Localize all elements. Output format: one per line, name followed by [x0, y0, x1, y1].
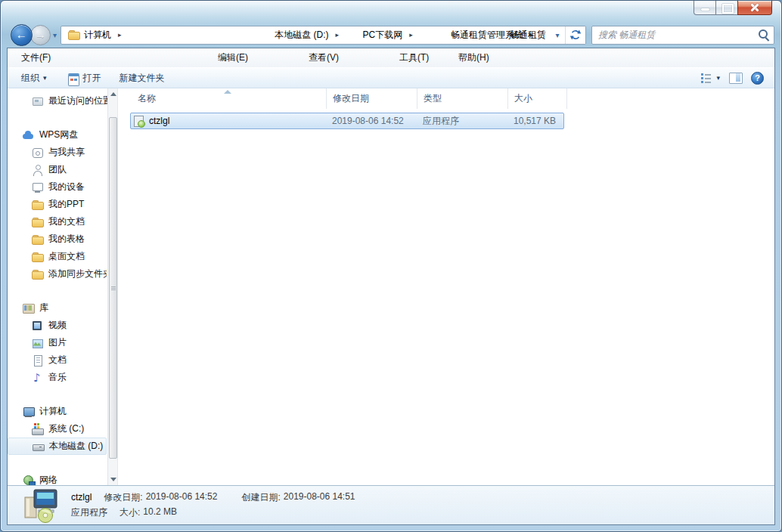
explorer-window: ← → ▾ 计算机 本地磁盘 (D:) PC下载网 畅通租赁管理系统: [0, 0, 782, 532]
address-bar[interactable]: 计算机 本地磁盘 (D:) PC下载网 畅通租赁管理系统 畅通租赁: [61, 26, 586, 45]
breadcrumb-separator-icon: [333, 31, 343, 39]
change-view-button[interactable]: ▾: [700, 72, 720, 84]
sidebar-item[interactable]: 我的文档: [8, 213, 107, 230]
column-header[interactable]: 修改日期: [327, 88, 417, 109]
breadcrumb-item[interactable]: PC下载网: [359, 26, 447, 44]
sidebar-item-label: WPS网盘: [39, 128, 78, 141]
sidebar-item-label: 我的文档: [48, 215, 85, 228]
folder-icon: [32, 234, 44, 246]
toolbar-right-controls: ▾: [700, 72, 764, 85]
file-name-cell: ctzlgl: [131, 115, 326, 127]
sidebar-item-label: 视频: [48, 319, 67, 332]
scroll-up-icon[interactable]: [108, 88, 118, 99]
menu-item[interactable]: 文件(F): [13, 51, 209, 64]
file-row[interactable]: ctzlgl 2019-08-06 14:52 应用程序 10,517 KB: [130, 113, 564, 129]
my-devices-icon: [32, 181, 44, 193]
sidebar-item[interactable]: 文档: [8, 351, 107, 369]
scroll-down-icon[interactable]: [108, 475, 118, 485]
sidebar-item-label: 网络: [39, 474, 57, 485]
preview-pane-button[interactable]: [729, 72, 742, 84]
column-header-label: 名称: [130, 92, 156, 105]
details-modified-label: 修改日期:: [104, 491, 142, 504]
sidebar-item[interactable]: 系统 (C:): [8, 420, 107, 438]
sidebar-scrollbar[interactable]: [107, 88, 117, 485]
sidebar-item[interactable]: 音乐: [8, 369, 107, 386]
sidebar-item[interactable]: 团队文档: [8, 161, 67, 178]
details-pane: ctzlgl 修改日期:2019-08-06 14:52 创建日期:2019-0…: [8, 485, 774, 524]
minimize-button[interactable]: [694, 1, 716, 15]
column-headers: 名称 修改日期 类型 大小: [118, 88, 774, 109]
menu-item[interactable]: 编辑(E): [209, 51, 300, 64]
client-area: 文件(F)编辑(E)查看(V)工具(T)帮助(H) 组织 ▾ 打开 新建文件夹 …: [7, 48, 775, 525]
computer-icon: [23, 406, 35, 418]
sidebar-item[interactable]: 添加同步文件夹: [8, 265, 107, 283]
breadcrumb-item[interactable]: 计算机: [80, 26, 271, 44]
sidebar-item-label: 桌面文档: [48, 250, 85, 263]
sidebar-item[interactable]: 我的设备: [8, 178, 107, 196]
search-icon[interactable]: [757, 28, 771, 42]
refresh-button[interactable]: [565, 26, 585, 44]
team-docs-icon: [32, 164, 44, 176]
open-icon: [67, 72, 79, 84]
sidebar-item[interactable]: 桌面文档: [8, 248, 107, 265]
scrollbar-thumb[interactable]: [109, 117, 117, 459]
breadcrumb-item[interactable]: 畅通租赁管理系统: [447, 26, 506, 44]
new-folder-label: 新建文件夹: [119, 72, 165, 85]
sidebar-item-label: 库: [39, 302, 48, 314]
sidebar-item-label: 音乐: [48, 371, 67, 384]
breadcrumb-label: 畅通租赁: [506, 29, 550, 42]
column-header-label: 类型: [417, 92, 442, 105]
close-button[interactable]: [737, 1, 772, 15]
menu-item[interactable]: 帮助(H): [450, 51, 498, 64]
sidebar-item[interactable]: 库: [8, 299, 107, 317]
file-size: 10,517 KB: [507, 116, 560, 126]
sidebar-item-label: 系统 (C:): [48, 422, 84, 435]
column-header[interactable]: 大小: [508, 88, 567, 109]
breadcrumb-item[interactable]: 本地磁盘 (D:): [271, 26, 358, 44]
chevron-down-icon: ▾: [43, 74, 47, 82]
column-header[interactable]: 类型: [417, 88, 508, 109]
details-file-type: 应用程序: [71, 506, 107, 519]
sidebar-item-label: 本地磁盘 (D:): [49, 440, 103, 453]
details-size-label: 大小:: [119, 506, 140, 519]
sidebar-item[interactable]: 网络: [8, 472, 107, 485]
address-dropdown-icon[interactable]: ▾: [550, 31, 565, 39]
organize-button[interactable]: 组织 ▾: [21, 72, 47, 85]
open-button[interactable]: 打开: [67, 72, 101, 85]
system-drive-icon: [32, 423, 44, 435]
menu-item[interactable]: 工具(T): [391, 51, 450, 64]
column-header-label: 大小: [508, 92, 532, 105]
documents-icon: [32, 354, 44, 367]
sidebar-item-label: 文档: [48, 354, 67, 367]
new-folder-button[interactable]: 新建文件夹: [119, 72, 165, 85]
file-type: 应用程序: [417, 115, 507, 128]
breadcrumb-separator-icon: [115, 31, 125, 39]
sidebar-item[interactable]: 图片: [8, 334, 107, 351]
forward-button[interactable]: →: [30, 25, 51, 45]
back-button[interactable]: ←: [11, 24, 33, 46]
sidebar-item[interactable]: 最近访问的位置: [8, 92, 118, 110]
sidebar-item[interactable]: 本地磁盘 (D:): [8, 438, 107, 455]
shared-with-me-icon: [32, 147, 44, 159]
application-big-icon: [23, 488, 59, 523]
sidebar-item-label: 最近访问的位置: [48, 94, 112, 107]
sidebar-item[interactable]: 与我共享: [8, 144, 98, 161]
breadcrumb-item[interactable]: 畅通租赁: [506, 26, 550, 44]
maximize-button[interactable]: [716, 1, 737, 15]
help-icon: [751, 72, 764, 85]
sidebar-item[interactable]: 我的PPT: [8, 196, 107, 213]
local-disk-icon: [33, 441, 45, 453]
menu-item[interactable]: 查看(V): [300, 51, 391, 64]
details-created-value: 2019-08-06 14:51: [284, 491, 355, 504]
help-button[interactable]: [751, 72, 764, 85]
sidebar-item[interactable]: WPS网盘: [8, 126, 98, 144]
details-size-value: 10.2 MB: [143, 506, 177, 519]
sidebar-item[interactable]: 我的表格: [8, 230, 107, 248]
search-box[interactable]: [591, 26, 774, 45]
sidebar-item[interactable]: 视频: [8, 317, 107, 334]
sidebar-item[interactable]: 计算机: [8, 403, 107, 420]
search-input[interactable]: [592, 26, 757, 44]
recent-pages-dropdown[interactable]: ▾: [53, 31, 57, 39]
file-name: ctzlgl: [149, 116, 169, 126]
main-area: 最近访问的位置 WPS网盘 与我共享 团队文档 我的设备: [8, 88, 774, 485]
